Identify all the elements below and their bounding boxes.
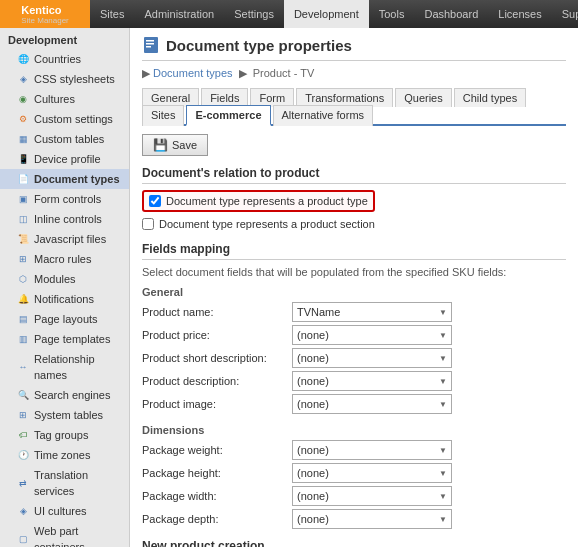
select-depth[interactable]: (none) ▼ [292,509,452,529]
field-row-width: Package width: (none) ▼ [142,486,566,506]
select-product-image[interactable]: (none) ▼ [292,394,452,414]
nav-admin[interactable]: Administration [134,0,224,28]
page-title-bar: Document type properties [142,36,566,61]
dimensions-section: Package weight: (none) ▼ Package height:… [142,440,566,529]
select-product-name[interactable]: TVName ▼ [292,302,452,322]
nav-bar: Sites Administration Settings Developmen… [90,0,578,28]
save-button[interactable]: 💾 Save [142,134,208,156]
sidebar-item-web-part-containers[interactable]: ▢ Web part containers [0,521,129,547]
nav-development[interactable]: Development [284,0,369,28]
sidebar-item-custom-settings[interactable]: ⚙ Custom settings [0,109,129,129]
tab-alt-forms[interactable]: Alternative forms [273,105,374,126]
checkbox-product-section-label: Document type represents a product secti… [159,218,375,230]
sidebar-item-css[interactable]: ◈ CSS stylesheets [0,69,129,89]
select-product-desc[interactable]: (none) ▼ [292,371,452,391]
select-weight-value: (none) [297,444,329,456]
sidebar-item-notifications[interactable]: 🔔 Notifications [0,289,129,309]
nav-sites[interactable]: Sites [90,0,134,28]
tag-icon: 🏷 [16,428,30,442]
macro-icon: ⊞ [16,252,30,266]
sidebar-item-countries[interactable]: 🌐 Countries [0,49,129,69]
nav-settings[interactable]: Settings [224,0,284,28]
select-arrow-6: ▼ [439,446,447,455]
tab-child-types[interactable]: Child types [454,88,526,107]
nav-licenses[interactable]: Licenses [488,0,551,28]
field-label-width: Package width: [142,490,292,502]
document-types-icon: 📄 [16,172,30,186]
select-width-value: (none) [297,490,329,502]
select-product-price[interactable]: (none) ▼ [292,325,452,345]
tab-queries[interactable]: Queries [395,88,452,107]
sidebar-label-custom-settings: Custom settings [34,111,113,127]
checkbox-product-type[interactable]: Document type represents a product type [142,190,375,212]
sidebar-item-form-controls[interactable]: ▣ Form controls [0,189,129,209]
field-label-product-desc: Product description: [142,375,292,387]
page-title-text: Document type properties [166,37,352,54]
logo-name: Kentico [21,4,69,16]
sidebar-label-js: Javascript files [34,231,106,247]
select-depth-value: (none) [297,513,329,525]
field-label-product-price: Product price: [142,329,292,341]
checkbox-product-section[interactable]: Document type represents a product secti… [142,216,566,232]
select-short-desc-value: (none) [297,352,329,364]
sidebar-item-modules[interactable]: ⬡ Modules [0,269,129,289]
sidebar-item-system-tables[interactable]: ⊞ System tables [0,405,129,425]
field-control-height: (none) ▼ [292,463,566,483]
sidebar-label-ui-cultures: UI cultures [34,503,87,519]
sidebar-label-device: Device profile [34,151,101,167]
dimensions-subsection-title: Dimensions [142,424,566,436]
sidebar-item-js[interactable]: 📜 Javascript files [0,229,129,249]
select-product-short-desc[interactable]: (none) ▼ [292,348,452,368]
select-height[interactable]: (none) ▼ [292,463,452,483]
cultures-icon: ◉ [16,92,30,106]
sidebar-item-time-zones[interactable]: 🕐 Time zones [0,445,129,465]
sidebar-item-translation[interactable]: ⇄ Translation services [0,465,129,501]
nav-dashboard[interactable]: Dashboard [414,0,488,28]
field-control-product-desc: (none) ▼ [292,371,566,391]
sidebar-label-notifications: Notifications [34,291,94,307]
sidebar-item-search-engines[interactable]: 🔍 Search engines [0,385,129,405]
translation-icon: ⇄ [16,476,30,490]
checkbox-product-section-input[interactable] [142,218,154,230]
sidebar-item-page-templates[interactable]: ▥ Page templates [0,329,129,349]
sidebar-item-document-types[interactable]: 📄 Document types [0,169,129,189]
sidebar-item-ui-cultures[interactable]: ◈ UI cultures [0,501,129,521]
field-row-product-image: Product image: (none) ▼ [142,394,566,414]
field-row-depth: Package depth: (none) ▼ [142,509,566,529]
sidebar-item-cultures[interactable]: ◉ Cultures [0,89,129,109]
sidebar-item-macro[interactable]: ⊞ Macro rules [0,249,129,269]
sidebar-label-system-tables: System tables [34,407,103,423]
tab-sites[interactable]: Sites [142,105,184,126]
sidebar-label-search: Search engines [34,387,110,403]
nav-tools[interactable]: Tools [369,0,415,28]
select-width[interactable]: (none) ▼ [292,486,452,506]
logo[interactable]: Kentico Site Manager [0,0,90,28]
nav-support[interactable]: Support [552,0,578,28]
field-label-product-short-desc: Product short description: [142,352,292,364]
sidebar-item-inline-controls[interactable]: ◫ Inline controls [0,209,129,229]
inline-icon: ◫ [16,212,30,226]
sidebar-item-device-profile[interactable]: 📱 Device profile [0,149,129,169]
select-arrow-5: ▼ [439,400,447,409]
search-icon: 🔍 [16,388,30,402]
select-arrow-7: ▼ [439,469,447,478]
field-row-product-name: Product name: TVName ▼ [142,302,566,322]
modules-icon: ⬡ [16,272,30,286]
tab-ecommerce[interactable]: E-commerce [186,105,270,126]
select-image-value: (none) [297,398,329,410]
breadcrumb-arrow: ▶ [142,67,153,79]
field-row-height: Package height: (none) ▼ [142,463,566,483]
sidebar-item-custom-tables[interactable]: ▦ Custom tables [0,129,129,149]
sidebar-item-relationship-names[interactable]: ↔ Relationship names [0,349,129,385]
sidebar-item-page-layouts[interactable]: ▤ Page layouts [0,309,129,329]
sidebar-item-tag-groups[interactable]: 🏷 Tag groups [0,425,129,445]
new-product-header: New product creation [142,539,566,547]
field-control-weight: (none) ▼ [292,440,566,460]
fields-mapping-header: Fields mapping [142,242,566,260]
select-arrow-3: ▼ [439,354,447,363]
select-weight[interactable]: (none) ▼ [292,440,452,460]
sidebar-label-doc-types: Document types [34,171,120,187]
sidebar-label-form-controls: Form controls [34,191,101,207]
checkbox-product-type-input[interactable] [149,195,161,207]
breadcrumb-doc-types[interactable]: Document types [153,67,232,79]
